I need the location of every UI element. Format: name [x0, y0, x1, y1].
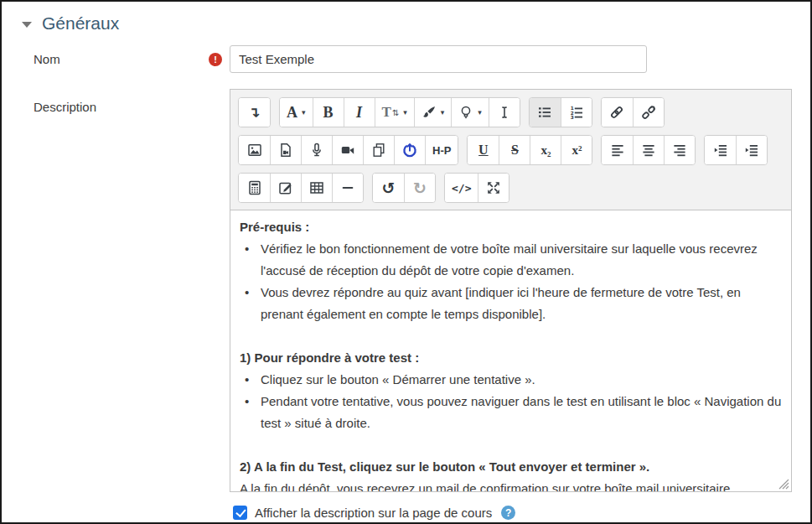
- indent-icon: [744, 143, 759, 158]
- name-label-col: Nom !: [20, 52, 230, 66]
- name-input[interactable]: [230, 45, 647, 73]
- link-button[interactable]: [602, 98, 633, 127]
- toolbar-row-2: H-P U S x₂ x²: [238, 135, 786, 165]
- horizontal-rule-icon: [340, 180, 355, 195]
- unordered-list-button[interactable]: [530, 98, 561, 127]
- horizontal-rule-button[interactable]: [332, 174, 363, 202]
- editor-content-area[interactable]: Pré-requis : • Vérifiez le bon fonctionn…: [230, 210, 791, 491]
- collapse-caret-icon: [22, 22, 32, 28]
- group-indent: [704, 135, 768, 165]
- insert-media-button[interactable]: [270, 136, 301, 164]
- group-font: A ▾ B I T ⇅ ▾: [279, 97, 520, 127]
- h5p-button[interactable]: H-P: [425, 136, 458, 164]
- list-item-text: Vérifiez le bon fonctionnement de votre …: [261, 238, 782, 282]
- content-heading: Pré-requis :: [240, 216, 782, 238]
- align-center-icon: [641, 143, 656, 158]
- align-center-button[interactable]: [633, 136, 664, 164]
- updown-arrows-icon: ⇅: [392, 108, 399, 117]
- description-label: Description: [34, 100, 96, 114]
- align-left-icon: [610, 143, 625, 158]
- help-icon[interactable]: ?: [501, 506, 515, 520]
- italic-icon: I: [356, 104, 362, 122]
- font-size-button[interactable]: T ⇅ ▾: [375, 98, 414, 127]
- font-size-icon: T: [382, 104, 391, 121]
- outdent-icon: [713, 143, 728, 158]
- group-history: ↺ ↻: [372, 173, 436, 203]
- italic-button[interactable]: I: [344, 98, 375, 127]
- numbered-list-icon: 1 2 3: [569, 105, 584, 120]
- list-item: • Pendant votre tentative, vous pouvez n…: [240, 391, 782, 434]
- edit-document-button[interactable]: [270, 174, 301, 202]
- fullscreen-button[interactable]: [478, 174, 509, 202]
- name-label: Nom: [34, 52, 60, 66]
- bullet-list-icon: [537, 105, 552, 120]
- align-right-button[interactable]: [664, 136, 695, 164]
- list-item: • Cliquez sur le bouton « Démarrer une t…: [240, 369, 782, 391]
- underline-icon: U: [478, 143, 489, 158]
- collapse-toolbar-button[interactable]: ↴: [239, 98, 270, 127]
- record-audio-button[interactable]: [301, 136, 332, 164]
- display-description-row: Afficher la description sur la page de c…: [233, 506, 792, 520]
- group-align: [601, 135, 696, 165]
- bullet-icon: •: [245, 238, 253, 282]
- resize-handle[interactable]: [778, 479, 789, 490]
- indent-button[interactable]: [736, 136, 767, 164]
- redo-button[interactable]: ↻: [404, 174, 435, 202]
- align-left-button[interactable]: [602, 136, 633, 164]
- toolbar-row-1: ↴ A ▾ B I: [238, 97, 786, 127]
- expand-icon: [486, 180, 501, 195]
- record-video-button[interactable]: [332, 136, 363, 164]
- paint-color-button[interactable]: ▾: [414, 98, 452, 127]
- subscript-icon: x₂: [540, 143, 551, 158]
- text-cursor-button[interactable]: [489, 98, 520, 127]
- description-field-row: Description ↴ A ▾: [20, 89, 792, 492]
- table-button[interactable]: [301, 174, 332, 202]
- group-insert: [238, 173, 364, 203]
- upload-circle-icon: [402, 143, 417, 158]
- group-misc: </>: [444, 173, 509, 203]
- manage-files-button[interactable]: [363, 136, 394, 164]
- strikethrough-button[interactable]: S: [499, 136, 530, 164]
- name-field-row: Nom !: [20, 45, 792, 73]
- underline-button[interactable]: U: [468, 136, 499, 164]
- editor-toolbar: ↴ A ▾ B I: [230, 90, 791, 210]
- bullet-icon: •: [245, 369, 253, 391]
- section-header-generaux[interactable]: Généraux: [22, 13, 792, 34]
- group-links: [601, 97, 665, 127]
- list-item: • Vérifiez le bon fonctionnement de votr…: [240, 238, 782, 282]
- empty-line: [240, 325, 782, 347]
- upload-button[interactable]: [394, 136, 425, 164]
- chevron-down-icon: ▾: [441, 108, 445, 117]
- list-item-text: Cliquez sur le bouton « Démarrer une ten…: [261, 369, 535, 391]
- description-checkbox[interactable]: [233, 506, 247, 520]
- ordered-list-button[interactable]: 1 2 3: [561, 98, 592, 127]
- h5p-icon: H-P: [432, 144, 451, 157]
- content-heading: 1) Pour répondre à votre test :: [240, 347, 782, 369]
- align-right-icon: [672, 143, 687, 158]
- lightbulb-icon: [458, 105, 473, 120]
- undo-button[interactable]: ↺: [373, 174, 404, 202]
- collapse-arrow-icon: ↴: [248, 104, 260, 121]
- unlink-button[interactable]: [633, 98, 664, 127]
- equation-button[interactable]: [239, 174, 270, 202]
- highlight-button[interactable]: ▾: [451, 98, 489, 127]
- chevron-down-icon: ▾: [403, 108, 407, 117]
- bold-button[interactable]: B: [313, 98, 344, 127]
- insert-image-button[interactable]: [239, 136, 270, 164]
- list-item: • Vous devrez répondre au quiz avant [in…: [240, 282, 782, 325]
- font-menu-button[interactable]: A ▾: [280, 98, 313, 127]
- bullet-icon: •: [245, 282, 253, 325]
- paintbrush-icon: [422, 105, 437, 120]
- section-title: Généraux: [42, 13, 119, 34]
- html-code-button[interactable]: </>: [445, 174, 478, 202]
- bold-icon: B: [323, 104, 334, 122]
- outdent-button[interactable]: [705, 136, 736, 164]
- superscript-button[interactable]: x²: [561, 136, 592, 164]
- content-heading: 2) A la fin du Test, cliquez sur le bout…: [240, 456, 782, 478]
- unlink-icon: [641, 105, 656, 120]
- chevron-down-icon: ▾: [302, 108, 306, 117]
- subscript-button[interactable]: x₂: [530, 136, 561, 164]
- code-icon: </>: [452, 182, 471, 195]
- strikethrough-icon: S: [511, 143, 519, 158]
- link-icon: [609, 105, 624, 120]
